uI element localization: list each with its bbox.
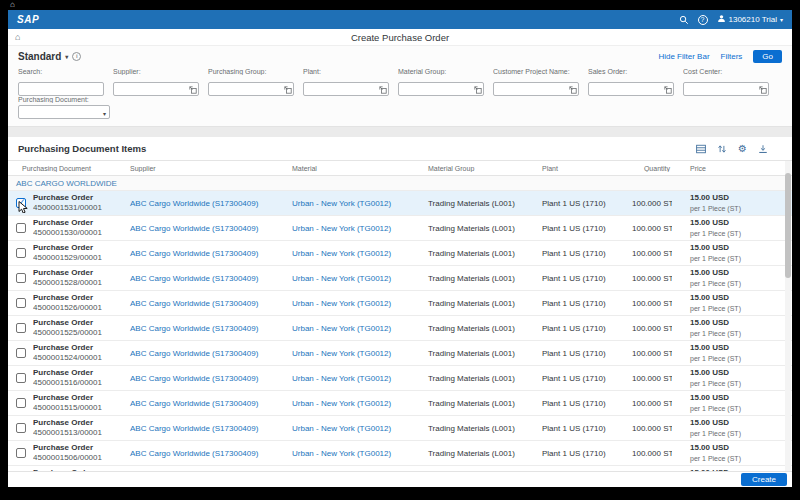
home-icon[interactable]: ⌂ [10,0,15,10]
material-link[interactable]: Urban - New York (TG0012) [292,399,391,408]
material-link[interactable]: Urban - New York (TG0012) [292,374,391,383]
table-row[interactable]: Purchase Order 4500001513/00001 ABC Carg… [8,416,792,441]
hide-filter-bar-link[interactable]: Hide Filter Bar [658,52,709,61]
supplier-link[interactable]: ABC Cargo Worldwide (S17300409) [130,299,258,308]
column-header-material-group[interactable]: Material Group [424,165,538,172]
supplier-link[interactable]: ABC Cargo Worldwide (S17300409) [130,424,258,433]
material-group-value: Trading Materials (L001) [424,349,538,358]
document-type: Purchase Order [33,393,102,403]
table-row[interactable]: Purchase Order 4500001530/00001 ABC Carg… [8,216,792,241]
material-link[interactable]: Urban - New York (TG0012) [292,449,391,458]
purchasing-document-select[interactable]: ▾ [18,105,110,119]
plant-value: Plant 1 US (1710) [538,324,628,333]
table-row[interactable]: Purchase Order 4500001525/00001 ABC Carg… [8,316,792,341]
value-help-icon[interactable] [664,80,672,88]
material-link[interactable]: Urban - New York (TG0012) [292,249,391,258]
column-header-price[interactable]: Price [672,165,792,172]
table-row[interactable]: Purchase Order 4500001504/00001 ABC Carg… [8,466,792,471]
row-checkbox[interactable] [16,248,26,258]
price-unit: per 1 Piece (ST) [690,329,792,338]
help-icon[interactable]: ? [698,15,708,25]
table-row[interactable]: Purchase Order 4500001516/00001 ABC Carg… [8,366,792,391]
supplier-link[interactable]: ABC Cargo Worldwide (S17300409) [130,274,258,283]
row-checkbox[interactable] [16,198,26,208]
material-link[interactable]: Urban - New York (TG0012) [292,199,391,208]
row-checkbox[interactable] [16,373,26,383]
document-number: 4500001516/00001 [33,378,102,388]
value-help-icon[interactable] [284,80,292,88]
document-number: 4500001531/00001 [33,203,102,213]
table-row[interactable]: Purchase Order 4500001529/00001 ABC Carg… [8,241,792,266]
supplier-link[interactable]: ABC Cargo Worldwide (S17300409) [130,399,258,408]
row-checkbox[interactable] [16,273,26,283]
filter-field-input[interactable] [18,82,104,96]
supplier-link[interactable]: ABC Cargo Worldwide (S17300409) [130,224,258,233]
price-value: 15.00 USD [690,443,792,453]
table-row[interactable]: Purchase Order 4500001528/00001 ABC Carg… [8,266,792,291]
row-checkbox[interactable] [16,298,26,308]
column-header-material[interactable]: Material [288,165,424,172]
quantity-value: 100.000 ST [628,199,672,208]
row-checkbox[interactable] [16,223,26,233]
row-checkbox[interactable] [16,448,26,458]
filter-field-input[interactable] [208,82,294,96]
create-button[interactable]: Create [741,473,787,486]
go-button[interactable]: Go [753,50,782,63]
row-checkbox[interactable] [16,323,26,333]
column-header-purchasing-document[interactable]: Purchasing Document [8,165,126,172]
sort-icon[interactable] [717,144,727,154]
supplier-link[interactable]: ABC Cargo Worldwide (S17300409) [130,374,258,383]
value-help-icon[interactable] [379,80,387,88]
material-link[interactable]: Urban - New York (TG0012) [292,299,391,308]
table-row[interactable]: Purchase Order 4500001515/00001 ABC Carg… [8,391,792,416]
column-header-quantity[interactable]: Quantity [628,165,672,172]
material-link[interactable]: Urban - New York (TG0012) [292,424,391,433]
material-link[interactable]: Urban - New York (TG0012) [292,274,391,283]
filter-field-input[interactable] [683,82,769,96]
value-help-icon[interactable] [759,80,767,88]
filter-field-input[interactable] [303,82,389,96]
price-unit: per 1 Piece (ST) [690,254,792,263]
supplier-link[interactable]: ABC Cargo Worldwide (S17300409) [130,324,258,333]
settings-gear-icon[interactable]: ⚙ [738,144,747,154]
column-header-supplier[interactable]: Supplier [126,165,288,172]
material-link[interactable]: Urban - New York (TG0012) [292,324,391,333]
user-menu[interactable]: 1306210 Trial ▾ [717,14,784,25]
group-header[interactable]: ABC CARGO WORLDWIDE [8,176,792,191]
supplier-link[interactable]: ABC Cargo Worldwide (S17300409) [130,199,258,208]
supplier-link[interactable]: ABC Cargo Worldwide (S17300409) [130,249,258,258]
filter-field-input[interactable] [398,82,484,96]
row-checkbox[interactable] [16,423,26,433]
filter-field: Cost Center: [683,68,769,91]
table-row[interactable]: Purchase Order 4500001524/00001 ABC Carg… [8,341,792,366]
export-download-icon[interactable] [758,144,768,154]
table-title: Purchasing Document Items [18,143,146,154]
supplier-link[interactable]: ABC Cargo Worldwide (S17300409) [130,349,258,358]
table-body: Purchase Order 4500001531/00001 ABC Carg… [8,191,792,471]
material-link[interactable]: Urban - New York (TG0012) [292,224,391,233]
value-help-icon[interactable] [569,80,577,88]
price-unit: per 1 Piece (ST) [690,404,792,413]
filters-link[interactable]: Filters [721,52,743,61]
table-row[interactable]: Purchase Order 4500001526/00001 ABC Carg… [8,291,792,316]
filter-field-input[interactable] [588,82,674,96]
price-unit: per 1 Piece (ST) [690,429,792,438]
filter-field-input[interactable] [493,82,579,96]
search-icon[interactable] [679,11,689,29]
variant-selector[interactable]: Standard ▾ i [18,51,81,62]
table-row[interactable]: Purchase Order 4500001531/00001 ABC Carg… [8,191,792,216]
table-layout-icon[interactable] [696,144,706,154]
document-type: Purchase Order [33,343,102,353]
column-header-plant[interactable]: Plant [538,165,628,172]
row-checkbox[interactable] [16,398,26,408]
row-checkbox[interactable] [16,348,26,358]
value-help-icon[interactable] [189,80,197,88]
info-icon: i [72,52,81,61]
material-link[interactable]: Urban - New York (TG0012) [292,349,391,358]
supplier-link[interactable]: ABC Cargo Worldwide (S17300409) [130,449,258,458]
table-row[interactable]: Purchase Order 4500001506/00001 ABC Carg… [8,441,792,466]
nav-home-icon[interactable]: ⌂ [15,33,20,42]
filter-field-input[interactable] [113,82,199,96]
value-help-icon[interactable] [474,80,482,88]
scrollbar-thumb[interactable] [785,173,791,278]
